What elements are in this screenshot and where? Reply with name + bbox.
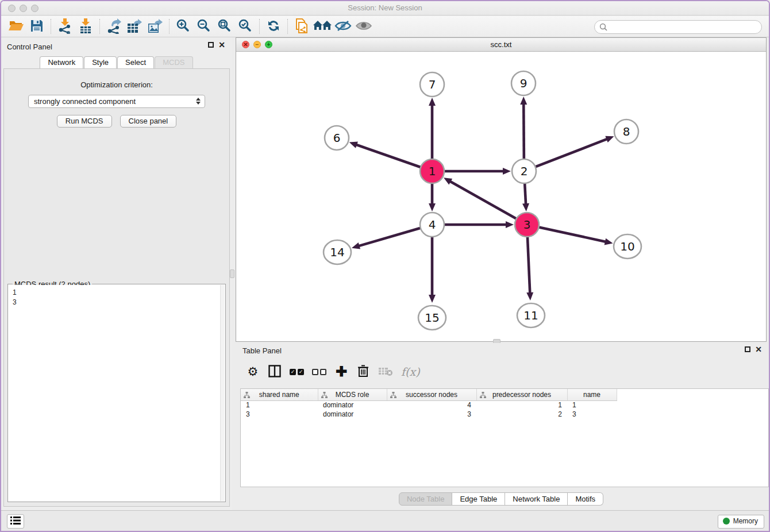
edge-arrowhead	[520, 97, 527, 105]
split-table-view-button[interactable]	[268, 364, 282, 379]
table-cell[interactable]: 3	[387, 410, 476, 419]
column-header-successor-nodes[interactable]: successor nodes	[387, 389, 476, 400]
zoom-out-button[interactable]	[194, 18, 214, 35]
tab-network[interactable]: Network	[40, 56, 83, 68]
edge-1-6[interactable]	[356, 145, 422, 168]
select-all-rows-button[interactable]: ✓✓	[290, 364, 304, 379]
graph-node-6[interactable]: 6	[325, 126, 349, 150]
table-cell[interactable]: dominator	[318, 400, 387, 410]
export-image-button[interactable]	[145, 18, 165, 35]
float-panel-icon[interactable]	[208, 42, 214, 48]
svg-text:10: 10	[620, 240, 634, 253]
graph-node-1[interactable]: 1	[420, 159, 444, 183]
table-settings-button[interactable]: ⚙	[246, 364, 260, 379]
deselect-all-rows-button[interactable]	[312, 364, 326, 379]
graph-node-2[interactable]: 2	[512, 159, 536, 183]
table-cell[interactable]: 3	[241, 410, 318, 419]
table-cell[interactable]: 2	[476, 410, 567, 419]
network-canvas[interactable]: 7968124314101511	[236, 52, 766, 341]
home-view-button[interactable]	[312, 18, 333, 35]
tab-style[interactable]: Style	[84, 56, 117, 68]
svg-text:7: 7	[429, 78, 436, 91]
graph-node-10[interactable]: 10	[614, 234, 641, 259]
edge-2-9[interactable]	[523, 103, 524, 160]
zoom-in-button[interactable]	[173, 18, 194, 35]
svg-text:2: 2	[521, 164, 528, 178]
run-mcds-button[interactable]: Run MCDS	[57, 115, 112, 128]
table-cell[interactable]: 4	[387, 400, 476, 410]
table-row[interactable]: 1dominator411	[241, 400, 617, 410]
edge-2-3[interactable]	[525, 182, 526, 205]
graph-node-15[interactable]: 15	[418, 306, 446, 330]
table-cell[interactable]: 1	[567, 400, 617, 410]
tab-network-table[interactable]: Network Table	[505, 492, 568, 506]
show-all-button[interactable]	[353, 18, 374, 35]
table-cell[interactable]: dominator	[318, 410, 387, 419]
tab-motifs[interactable]: Motifs	[568, 492, 603, 506]
network-window-titlebar[interactable]: ✕ − + scc.txt	[236, 38, 766, 52]
graph-node-9[interactable]: 9	[511, 71, 536, 95]
export-table-button[interactable]	[124, 18, 145, 35]
tab-select[interactable]: Select	[117, 56, 154, 68]
edge-2-8[interactable]	[534, 139, 608, 167]
zoom-fit-button[interactable]	[214, 18, 235, 35]
mcds-result-text[interactable]: 1 3	[9, 285, 220, 501]
close-panel-button[interactable]: Close panel	[120, 115, 177, 128]
refresh-button[interactable]	[263, 18, 284, 35]
graph-node-11[interactable]: 11	[517, 303, 545, 327]
delete-column-button[interactable]	[356, 364, 370, 379]
close-panel-icon[interactable]: ✕	[218, 42, 225, 48]
save-icon	[30, 19, 44, 34]
svg-text:15: 15	[425, 311, 439, 325]
copy-network-view-button[interactable]	[291, 18, 312, 35]
table-cell[interactable]: 1	[476, 400, 567, 410]
edge-3-11[interactable]	[528, 236, 530, 294]
add-column-button[interactable]: ✚	[334, 364, 348, 379]
save-session-button[interactable]	[26, 18, 47, 35]
edge-3-1[interactable]	[449, 181, 517, 219]
import-network-button[interactable]	[55, 18, 75, 35]
tab-node-table[interactable]: Node Table	[399, 492, 453, 506]
edge-arrowhead	[429, 98, 436, 106]
trash-icon	[357, 364, 369, 379]
search-input[interactable]	[594, 20, 762, 34]
graph-node-3[interactable]: 3	[515, 213, 539, 237]
node-table-grid[interactable]: shared nameMCDS rolesuccessor nodesprede…	[241, 389, 617, 419]
tab-mcds[interactable]: MCDS	[155, 56, 192, 68]
edge-4-14[interactable]	[358, 228, 421, 246]
eye-icon	[355, 20, 372, 34]
tab-edge-table[interactable]: Edge Table	[452, 492, 505, 506]
function-builder-button[interactable]: f(x)	[401, 364, 420, 379]
table-cell[interactable]: 3	[567, 410, 617, 419]
edge-3-10[interactable]	[538, 227, 606, 242]
float-table-panel-icon[interactable]	[745, 346, 750, 352]
vertical-splitter-handle[interactable]	[230, 269, 234, 278]
column-header-shared-name[interactable]: shared name	[241, 389, 318, 400]
status-bar: Memory	[1, 510, 769, 531]
delete-table-button[interactable]	[378, 364, 393, 379]
open-session-button[interactable]	[6, 18, 26, 35]
task-history-button[interactable]	[7, 514, 24, 529]
result-scrollbar[interactable]	[220, 285, 225, 501]
export-network-button[interactable]	[103, 18, 124, 35]
graph-node-8[interactable]: 8	[614, 119, 638, 144]
column-header-name[interactable]: name	[567, 389, 617, 400]
graph-node-14[interactable]: 14	[324, 240, 351, 264]
column-header-MCDS-role[interactable]: MCDS role	[318, 389, 387, 400]
criterion-label: Optimization criterion:	[4, 80, 229, 89]
import-table-button[interactable]	[75, 18, 96, 35]
criterion-select[interactable]: strongly connected component	[28, 95, 205, 108]
edge-arrowhead	[352, 242, 360, 249]
close-table-panel-icon[interactable]: ✕	[755, 346, 762, 352]
graph-node-4[interactable]: 4	[420, 213, 444, 237]
table-row[interactable]: 3dominator323	[241, 410, 617, 419]
home-icon	[313, 19, 332, 34]
zoom-selected-button[interactable]	[235, 18, 256, 35]
import-network-icon	[57, 18, 72, 36]
graph-node-7[interactable]: 7	[420, 72, 444, 97]
memory-button[interactable]: Memory	[718, 515, 764, 529]
column-header-predecessor-nodes[interactable]: predecessor nodes	[476, 389, 567, 400]
search-icon	[599, 23, 608, 33]
table-cell[interactable]: 1	[241, 400, 318, 410]
hide-selected-button[interactable]	[333, 18, 353, 35]
